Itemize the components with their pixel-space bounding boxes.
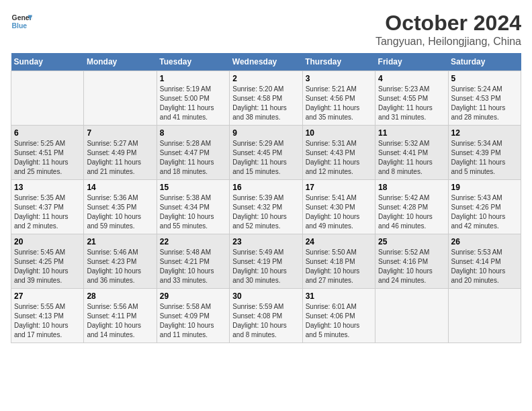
day-number: 23	[232, 237, 299, 246]
calendar-cell: 19Sunrise: 5:43 AM Sunset: 4:26 PM Dayli…	[448, 180, 521, 234]
day-info: Sunrise: 5:19 AM Sunset: 5:00 PM Dayligh…	[160, 85, 226, 122]
day-number: 30	[232, 291, 299, 301]
calendar-cell: 9Sunrise: 5:29 AM Sunset: 4:45 PM Daylig…	[230, 126, 302, 180]
day-number: 5	[451, 74, 518, 83]
page-header: General Blue October 2024 Tangyuan, Heil…	[11, 11, 521, 48]
day-info: Sunrise: 5:34 AM Sunset: 4:39 PM Dayligh…	[451, 139, 518, 177]
day-number: 8	[160, 128, 226, 138]
day-number: 21	[87, 237, 153, 246]
day-number: 17	[306, 183, 372, 192]
calendar-cell: 27Sunrise: 5:55 AM Sunset: 4:13 PM Dayli…	[11, 289, 84, 343]
calendar-cell: 6Sunrise: 5:25 AM Sunset: 4:51 PM Daylig…	[11, 126, 84, 180]
calendar-cell: 26Sunrise: 5:53 AM Sunset: 4:14 PM Dayli…	[448, 234, 521, 289]
calendar-cell: 28Sunrise: 5:56 AM Sunset: 4:11 PM Dayli…	[84, 289, 157, 343]
day-number: 20	[14, 237, 81, 246]
day-number: 12	[451, 128, 518, 138]
calendar-cell	[84, 71, 157, 126]
calendar-cell	[375, 289, 448, 343]
day-info: Sunrise: 5:59 AM Sunset: 4:08 PM Dayligh…	[232, 302, 299, 340]
calendar-cell: 17Sunrise: 5:41 AM Sunset: 4:30 PM Dayli…	[302, 180, 375, 234]
day-number: 27	[14, 291, 81, 301]
svg-text:Blue: Blue	[12, 22, 28, 30]
calendar-cell: 20Sunrise: 5:45 AM Sunset: 4:25 PM Dayli…	[11, 234, 84, 289]
day-number: 2	[232, 74, 299, 83]
day-info: Sunrise: 5:42 AM Sunset: 4:28 PM Dayligh…	[378, 193, 445, 231]
day-number: 31	[306, 291, 372, 301]
day-number: 18	[378, 183, 445, 192]
calendar-cell: 30Sunrise: 5:59 AM Sunset: 4:08 PM Dayli…	[230, 289, 302, 343]
calendar-cell: 25Sunrise: 5:52 AM Sunset: 4:16 PM Dayli…	[375, 234, 448, 289]
column-header-thursday: Thursday	[302, 53, 375, 71]
calendar-table: SundayMondayTuesdayWednesdayThursdayFrid…	[11, 53, 521, 343]
calendar-cell: 5Sunrise: 5:24 AM Sunset: 4:53 PM Daylig…	[448, 71, 521, 126]
day-number: 4	[378, 74, 445, 83]
calendar-cell: 1Sunrise: 5:19 AM Sunset: 5:00 PM Daylig…	[157, 71, 229, 126]
day-info: Sunrise: 5:36 AM Sunset: 4:35 PM Dayligh…	[87, 193, 153, 231]
day-info: Sunrise: 5:28 AM Sunset: 4:47 PM Dayligh…	[160, 139, 226, 177]
calendar-cell: 23Sunrise: 5:49 AM Sunset: 4:19 PM Dayli…	[230, 234, 302, 289]
calendar-cell: 24Sunrise: 5:50 AM Sunset: 4:18 PM Dayli…	[302, 234, 375, 289]
day-info: Sunrise: 5:50 AM Sunset: 4:18 PM Dayligh…	[306, 248, 372, 285]
column-header-friday: Friday	[375, 53, 448, 71]
logo: General Blue	[11, 11, 32, 32]
day-number: 25	[378, 237, 445, 246]
day-info: Sunrise: 5:58 AM Sunset: 4:09 PM Dayligh…	[160, 302, 226, 340]
day-info: Sunrise: 5:25 AM Sunset: 4:51 PM Dayligh…	[14, 139, 81, 177]
column-header-saturday: Saturday	[448, 53, 521, 71]
day-number: 22	[160, 237, 226, 246]
calendar-cell: 21Sunrise: 5:46 AM Sunset: 4:23 PM Dayli…	[84, 234, 157, 289]
day-number: 7	[87, 128, 153, 138]
calendar-cell: 11Sunrise: 5:32 AM Sunset: 4:41 PM Dayli…	[375, 126, 448, 180]
day-info: Sunrise: 5:49 AM Sunset: 4:19 PM Dayligh…	[232, 248, 299, 285]
day-info: Sunrise: 5:43 AM Sunset: 4:26 PM Dayligh…	[451, 193, 518, 231]
calendar-cell: 3Sunrise: 5:21 AM Sunset: 4:56 PM Daylig…	[302, 71, 375, 126]
day-info: Sunrise: 5:55 AM Sunset: 4:13 PM Dayligh…	[14, 302, 81, 340]
calendar-cell: 18Sunrise: 5:42 AM Sunset: 4:28 PM Dayli…	[375, 180, 448, 234]
day-info: Sunrise: 5:45 AM Sunset: 4:25 PM Dayligh…	[14, 248, 81, 285]
day-info: Sunrise: 5:39 AM Sunset: 4:32 PM Dayligh…	[232, 193, 299, 231]
day-info: Sunrise: 5:29 AM Sunset: 4:45 PM Dayligh…	[232, 139, 299, 177]
calendar-cell: 14Sunrise: 5:36 AM Sunset: 4:35 PM Dayli…	[84, 180, 157, 234]
day-number: 29	[160, 291, 226, 301]
calendar-cell: 15Sunrise: 5:38 AM Sunset: 4:34 PM Dayli…	[157, 180, 229, 234]
day-info: Sunrise: 5:53 AM Sunset: 4:14 PM Dayligh…	[451, 248, 518, 285]
calendar-cell: 4Sunrise: 5:23 AM Sunset: 4:55 PM Daylig…	[375, 71, 448, 126]
column-header-monday: Monday	[84, 53, 157, 71]
calendar-cell	[11, 71, 84, 126]
day-info: Sunrise: 5:38 AM Sunset: 4:34 PM Dayligh…	[160, 193, 226, 231]
calendar-week-row: 20Sunrise: 5:45 AM Sunset: 4:25 PM Dayli…	[11, 234, 521, 289]
calendar-cell: 22Sunrise: 5:48 AM Sunset: 4:21 PM Dayli…	[157, 234, 229, 289]
day-number: 13	[14, 183, 81, 192]
calendar-body: 1Sunrise: 5:19 AM Sunset: 5:00 PM Daylig…	[11, 71, 521, 343]
day-number: 24	[306, 237, 372, 246]
day-number: 11	[378, 128, 445, 138]
column-header-wednesday: Wednesday	[230, 53, 302, 71]
calendar-cell: 16Sunrise: 5:39 AM Sunset: 4:32 PM Dayli…	[230, 180, 302, 234]
day-number: 16	[232, 183, 299, 192]
calendar-cell: 8Sunrise: 5:28 AM Sunset: 4:47 PM Daylig…	[157, 126, 229, 180]
day-number: 15	[160, 183, 226, 192]
calendar-week-row: 6Sunrise: 5:25 AM Sunset: 4:51 PM Daylig…	[11, 126, 521, 180]
day-info: Sunrise: 5:52 AM Sunset: 4:16 PM Dayligh…	[378, 248, 445, 285]
calendar-cell	[448, 289, 521, 343]
day-number: 9	[232, 128, 299, 138]
day-info: Sunrise: 5:41 AM Sunset: 4:30 PM Dayligh…	[306, 193, 372, 231]
calendar-cell: 13Sunrise: 5:35 AM Sunset: 4:37 PM Dayli…	[11, 180, 84, 234]
calendar-cell: 31Sunrise: 6:01 AM Sunset: 4:06 PM Dayli…	[302, 289, 375, 343]
logo-icon: General Blue	[11, 11, 32, 32]
calendar-week-row: 27Sunrise: 5:55 AM Sunset: 4:13 PM Dayli…	[11, 289, 521, 343]
day-number: 26	[451, 237, 518, 246]
day-info: Sunrise: 5:32 AM Sunset: 4:41 PM Dayligh…	[378, 139, 445, 177]
day-info: Sunrise: 5:24 AM Sunset: 4:53 PM Dayligh…	[451, 85, 518, 122]
day-number: 10	[306, 128, 372, 138]
page-subtitle: Tangyuan, Heilongjiang, China	[375, 36, 521, 48]
day-info: Sunrise: 5:46 AM Sunset: 4:23 PM Dayligh…	[87, 248, 153, 285]
day-info: Sunrise: 5:48 AM Sunset: 4:21 PM Dayligh…	[160, 248, 226, 285]
calendar-cell: 2Sunrise: 5:20 AM Sunset: 4:58 PM Daylig…	[230, 71, 302, 126]
day-number: 14	[87, 183, 153, 192]
calendar-cell: 7Sunrise: 5:27 AM Sunset: 4:49 PM Daylig…	[84, 126, 157, 180]
day-number: 19	[451, 183, 518, 192]
day-info: Sunrise: 5:23 AM Sunset: 4:55 PM Dayligh…	[378, 85, 445, 122]
day-number: 3	[306, 74, 372, 83]
day-number: 28	[87, 291, 153, 301]
